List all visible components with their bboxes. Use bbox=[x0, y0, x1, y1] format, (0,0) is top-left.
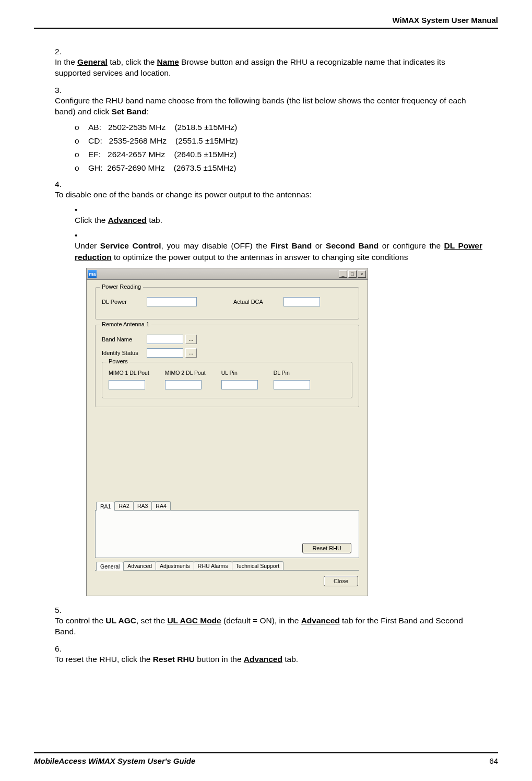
page-footer: MobileAccess WiMAX System User's Guide 6… bbox=[34, 752, 498, 765]
band-name-label: Band Name bbox=[102, 336, 147, 342]
main-tabstrip: General Advanced Adjustments RHU Alarms … bbox=[95, 561, 359, 570]
identify-status-browse-button[interactable]: ... bbox=[185, 348, 197, 358]
step-5-num: 5. bbox=[55, 606, 70, 615]
mimo2-label: MIMO 2 DL Pout bbox=[165, 370, 206, 377]
step-4-bullet-2: • Under Service Control, you may disable… bbox=[75, 231, 498, 263]
dlpin-field[interactable] bbox=[274, 380, 310, 389]
identify-status-label: Identify Status bbox=[102, 350, 147, 356]
band-list: oAB: 2502-2535 MHz (2518.5 ±15MHz) oCD: … bbox=[55, 123, 498, 173]
step-2-num: 2. bbox=[55, 47, 70, 56]
step-3-text: Configure the RHU band name choose from … bbox=[55, 95, 480, 117]
reset-rhu-button[interactable]: Reset RHU bbox=[302, 543, 351, 553]
band-name-browse-button[interactable]: ... bbox=[185, 335, 197, 344]
remote-antenna-legend: Remote Antenna 1 bbox=[100, 321, 151, 327]
ulpin-label: UL Pin bbox=[221, 370, 238, 377]
header-title: WiMAX System User Manual bbox=[393, 16, 498, 25]
step-6-num: 6. bbox=[55, 644, 70, 654]
mimo1-field[interactable] bbox=[109, 380, 145, 389]
band-ef: oEF: 2624-2657 MHz (2640.5 ±15MHz) bbox=[75, 150, 498, 159]
mimo1-label: MIMO 1 DL Pout bbox=[109, 370, 149, 377]
step-4-bullets: • Click the Advanced tab. • Under Servic… bbox=[55, 205, 498, 263]
tab-technical-support[interactable]: Technical Support bbox=[232, 561, 283, 570]
tab-adjustments[interactable]: Adjustments bbox=[156, 561, 194, 570]
power-reading-group: Power Reading DL Power Actual DCA bbox=[95, 287, 359, 320]
page-header: WiMAX System User Manual bbox=[34, 16, 498, 29]
dialog-screenshot: ma _ □ × Power Reading DL Power Actual D… bbox=[86, 268, 368, 596]
tab-ra3[interactable]: RA3 bbox=[133, 501, 152, 510]
band-ab: oAB: 2502-2535 MHz (2518.5 ±15MHz) bbox=[75, 123, 498, 132]
step-5-text: To control the UL AGC, set the UL AGC Mo… bbox=[55, 615, 480, 637]
step-4-num: 4. bbox=[55, 180, 70, 189]
actual-dca-label: Actual DCA bbox=[233, 299, 283, 305]
ra-tabstrip: RA1 RA2 RA3 RA4 bbox=[95, 501, 359, 510]
dl-power-label: DL Power bbox=[102, 299, 147, 305]
app-icon: ma bbox=[88, 270, 97, 278]
tab-advanced[interactable]: Advanced bbox=[123, 561, 156, 570]
step-6-text: To reset the RHU, click the Reset RHU bu… bbox=[55, 654, 480, 665]
step-5: 5. To control the UL AGC, set the UL AGC… bbox=[55, 606, 498, 637]
mimo2-col: MIMO 2 DL Pout bbox=[165, 370, 206, 389]
band-gh: oGH: 2657-2690 MHz (2673.5 ±15MHz) bbox=[75, 163, 498, 173]
power-reading-legend: Power Reading bbox=[100, 283, 143, 290]
step-3: 3. Configure the RHU band name choose fr… bbox=[55, 86, 498, 173]
footer-title: MobileAccess WiMAX System User's Guide bbox=[34, 756, 195, 765]
mimo1-col: MIMO 1 DL Pout bbox=[109, 370, 149, 389]
step-4-bullet-1: • Click the Advanced tab. bbox=[75, 205, 498, 226]
dlpin-label: DL Pin bbox=[274, 370, 290, 377]
mimo2-field[interactable] bbox=[165, 380, 202, 389]
tab-ra4[interactable]: RA4 bbox=[151, 501, 170, 510]
dl-power-field[interactable] bbox=[147, 297, 197, 306]
step-4: 4. To disable one of the bands or change… bbox=[55, 180, 498, 597]
close-button[interactable]: Close bbox=[324, 576, 358, 586]
step-2-text: In the General tab, click the Name Brows… bbox=[55, 56, 480, 79]
close-window-button[interactable]: × bbox=[358, 270, 366, 278]
ulpin-field[interactable] bbox=[221, 380, 258, 389]
titlebar: ma _ □ × bbox=[87, 268, 368, 280]
footer-page-number: 64 bbox=[489, 756, 498, 765]
identify-status-field[interactable] bbox=[147, 348, 183, 358]
tab-ra2[interactable]: RA2 bbox=[114, 501, 133, 510]
powers-group: Powers MIMO 1 DL Pout MIMO 2 DL Pout bbox=[102, 362, 352, 398]
step-4-text: To disable one of the bands or change it… bbox=[55, 189, 480, 200]
step-6: 6. To reset the RHU, click the Reset RHU… bbox=[55, 644, 498, 665]
maximize-button[interactable]: □ bbox=[348, 270, 357, 278]
ulpin-col: UL Pin bbox=[221, 370, 258, 389]
band-cd: oCD: 2535-2568 MHz (2551.5 ±15MHz) bbox=[75, 136, 498, 146]
step-3-num: 3. bbox=[55, 86, 70, 95]
tab-rhu-alarms[interactable]: RHU Alarms bbox=[194, 561, 232, 570]
remote-antenna-group: Remote Antenna 1 Band Name ... Identify … bbox=[95, 325, 359, 407]
dlpin-col: DL Pin bbox=[274, 370, 310, 389]
powers-legend: Powers bbox=[107, 358, 130, 364]
ra-tab-panel: Reset RHU bbox=[95, 510, 359, 558]
tab-ra1[interactable]: RA1 bbox=[96, 502, 115, 511]
tab-general[interactable]: General bbox=[96, 562, 124, 571]
actual-dca-field[interactable] bbox=[283, 297, 320, 306]
band-name-field[interactable] bbox=[147, 335, 183, 344]
minimize-button[interactable]: _ bbox=[339, 270, 347, 278]
content-body: 2. In the General tab, click the Name Br… bbox=[34, 47, 498, 665]
step-2: 2. In the General tab, click the Name Br… bbox=[55, 47, 498, 79]
